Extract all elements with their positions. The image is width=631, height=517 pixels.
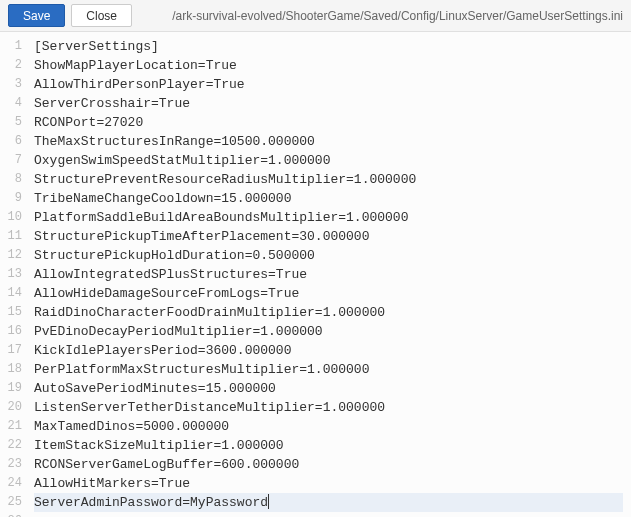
code-line[interactable]: [ServerSettings] [34,37,623,56]
line-number: 22 [0,436,22,455]
line-number: 8 [0,170,22,189]
line-number: 26 [0,512,22,517]
code-line[interactable]: StructurePreventResourceRadiusMultiplier… [34,170,623,189]
line-number: 18 [0,360,22,379]
code-line[interactable]: ItemStackSizeMultiplier=1.000000 [34,436,623,455]
text-cursor [268,494,269,509]
line-number: 19 [0,379,22,398]
code-line[interactable]: MaxTamedDinos=5000.000000 [34,417,623,436]
code-line[interactable]: AllowHitMarkers=True [34,474,623,493]
line-number: 2 [0,56,22,75]
line-number: 20 [0,398,22,417]
line-number: 21 [0,417,22,436]
line-gutter: 1234567891011121314151617181920212223242… [0,32,30,517]
line-number: 1 [0,37,22,56]
code-line[interactable]: StructurePickupHoldDuration=0.500000 [34,246,623,265]
code-line[interactable]: RCONPort=27020 [34,113,623,132]
code-content[interactable]: [ServerSettings]ShowMapPlayerLocation=Tr… [30,32,631,517]
code-line[interactable]: ServerCrosshair=True [34,94,623,113]
line-number: 9 [0,189,22,208]
line-number: 24 [0,474,22,493]
code-line[interactable]: TribeNameChangeCooldown=15.000000 [34,189,623,208]
line-number: 14 [0,284,22,303]
save-button[interactable]: Save [8,4,65,27]
file-path: /ark-survival-evolved/ShooterGame/Saved/… [138,9,623,23]
line-number: 5 [0,113,22,132]
line-number: 4 [0,94,22,113]
code-line[interactable]: PerPlatformMaxStructuresMultiplier=1.000… [34,360,623,379]
code-line[interactable]: AllowHideDamageSourceFromLogs=True [34,284,623,303]
code-line[interactable] [34,512,623,517]
code-line[interactable]: AllowIntegratedSPlusStructures=True [34,265,623,284]
line-number: 10 [0,208,22,227]
line-number: 11 [0,227,22,246]
code-line[interactable]: RCONServerGameLogBuffer=600.000000 [34,455,623,474]
code-line[interactable]: ListenServerTetherDistanceMultiplier=1.0… [34,398,623,417]
line-number: 13 [0,265,22,284]
code-editor[interactable]: 1234567891011121314151617181920212223242… [0,32,631,517]
code-line[interactable]: ShowMapPlayerLocation=True [34,56,623,75]
line-number: 3 [0,75,22,94]
code-line[interactable]: OxygenSwimSpeedStatMultiplier=1.000000 [34,151,623,170]
close-button[interactable]: Close [71,4,132,27]
line-number: 16 [0,322,22,341]
code-line[interactable]: ServerAdminPassword=MyPassword [34,493,623,512]
code-line[interactable]: PlatformSaddleBuildAreaBoundsMultiplier=… [34,208,623,227]
code-line[interactable]: AllowThirdPersonPlayer=True [34,75,623,94]
code-line[interactable]: RaidDinoCharacterFoodDrainMultiplier=1.0… [34,303,623,322]
line-number: 7 [0,151,22,170]
editor-toolbar: Save Close /ark-survival-evolved/Shooter… [0,0,631,32]
line-number: 15 [0,303,22,322]
code-line[interactable]: PvEDinoDecayPeriodMultiplier=1.000000 [34,322,623,341]
line-number: 23 [0,455,22,474]
code-line[interactable]: TheMaxStructuresInRange=10500.000000 [34,132,623,151]
code-line[interactable]: KickIdlePlayersPeriod=3600.000000 [34,341,623,360]
code-line[interactable]: AutoSavePeriodMinutes=15.000000 [34,379,623,398]
line-number: 25 [0,493,22,512]
line-number: 6 [0,132,22,151]
line-number: 12 [0,246,22,265]
code-line[interactable]: StructurePickupTimeAfterPlacement=30.000… [34,227,623,246]
line-number: 17 [0,341,22,360]
